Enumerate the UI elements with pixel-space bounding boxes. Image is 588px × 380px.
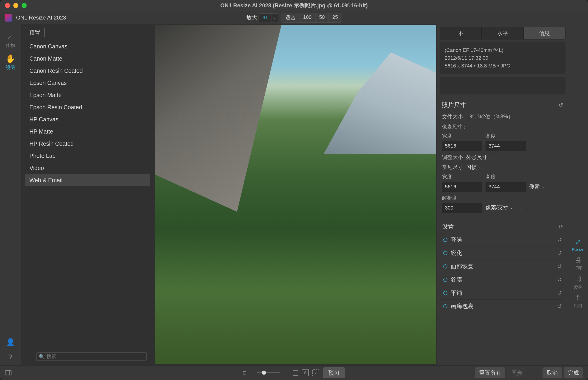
common-size-label: 常见尺寸 xyxy=(442,164,463,171)
preset-search-input[interactable] xyxy=(46,354,144,360)
more-options-icon[interactable]: ⋮ xyxy=(518,205,524,213)
reset-setting-icon[interactable]: ↺ xyxy=(557,303,562,310)
preview-button[interactable]: 预习 xyxy=(323,367,345,378)
preset-search-box[interactable]: 🔍 xyxy=(36,352,146,361)
close-window-button[interactable] xyxy=(5,3,10,8)
resolution-input[interactable] xyxy=(442,203,482,213)
mask-view-toggle[interactable] xyxy=(293,370,298,376)
export-module[interactable]: ⇪ 出口 xyxy=(574,293,582,308)
preview-image xyxy=(155,25,436,364)
reset-setting-icon[interactable]: ↺ xyxy=(557,290,562,296)
minimize-window-button[interactable] xyxy=(13,3,18,8)
preset-item[interactable]: Photo Lab xyxy=(25,150,150,162)
width-input-2[interactable] xyxy=(442,182,482,192)
title-bar: ON1 Resize AI 2023 (Resize 示例照片.jpg @ 61… xyxy=(0,0,588,11)
reset-all-button[interactable]: 重置所有 xyxy=(475,367,505,378)
zoom-fit-button[interactable]: 适合 xyxy=(282,13,300,22)
width-input-1[interactable] xyxy=(442,141,482,151)
sync-button[interactable]: 同步 xyxy=(507,367,527,378)
help-icon[interactable]: ? xyxy=(8,353,12,361)
presets-header-button[interactable]: 预置 xyxy=(25,27,44,38)
preset-item[interactable]: Web & Email xyxy=(25,174,150,186)
preset-item[interactable]: Canon Matte xyxy=(25,53,150,65)
height-input-1[interactable] xyxy=(486,141,526,151)
tab-info[interactable]: 信息 xyxy=(524,27,565,39)
preset-item[interactable]: Video xyxy=(25,162,150,174)
reset-setting-icon[interactable]: ↺ xyxy=(557,263,562,270)
height-input-2[interactable] xyxy=(486,182,526,192)
preset-item[interactable]: HP Resin Coated xyxy=(25,138,150,150)
setting-toggle-dot[interactable] xyxy=(443,264,447,268)
print-module-label: 打印 xyxy=(574,265,582,271)
image-canvas[interactable] xyxy=(154,24,437,365)
print-module[interactable]: 🖨 打印 xyxy=(574,256,582,271)
window-title: ON1 Resize AI 2023 (Resize 示例照片.jpg @ 61… xyxy=(0,2,588,9)
view-tool[interactable]: ✋ 视图 xyxy=(0,52,21,73)
settings-item[interactable]: 面部恢复↺ xyxy=(442,260,563,273)
reset-setting-icon[interactable]: ↺ xyxy=(557,277,562,283)
settings-item[interactable]: 平铺↺ xyxy=(442,286,563,300)
clipping-toggle[interactable]: ✓ xyxy=(312,369,319,376)
settings-item[interactable]: 画廊包裹↺ xyxy=(442,300,563,313)
compare-view-toggle[interactable] xyxy=(5,370,12,375)
tab-nav[interactable]: 不 xyxy=(440,27,482,39)
setting-name: 降噪 xyxy=(451,236,554,244)
settings-item[interactable]: 锐化↺ xyxy=(442,246,563,260)
crop-icon: ⟀ xyxy=(8,32,13,41)
height-label-1: 高度 xyxy=(486,133,526,139)
settings-title: 设置 xyxy=(442,223,454,231)
preset-item[interactable]: Canon Resin Coated xyxy=(25,65,150,77)
setting-toggle-dot[interactable] xyxy=(443,278,447,282)
zoom-value-input[interactable]: 61 xyxy=(259,13,272,22)
resize-module[interactable]: ⤢ Resize xyxy=(572,238,584,252)
reset-setting-icon[interactable]: ↺ xyxy=(557,250,562,256)
preset-item[interactable]: Canon Canvas xyxy=(25,40,150,53)
export-icon: ⇪ xyxy=(575,293,581,302)
info-tabs: 不 水平 信息 xyxy=(440,27,566,39)
settings-item[interactable]: 降噪↺ xyxy=(442,233,563,246)
preset-item[interactable]: HP Canvas xyxy=(25,113,150,126)
done-button[interactable]: 完成 xyxy=(564,367,583,378)
setting-toggle-dot[interactable] xyxy=(443,304,447,308)
thumbnail-small-icon[interactable] xyxy=(243,371,246,375)
softproof-toggle[interactable]: A xyxy=(302,369,309,376)
left-tool-rail: ⟀ 作物 ✋ 视图 👤 ? xyxy=(0,24,21,365)
search-icon: 🔍 xyxy=(39,354,44,359)
cancel-button[interactable]: 取消 xyxy=(543,367,562,378)
resize-mode-dropdown[interactable]: 外形尺寸⌄ xyxy=(466,154,492,161)
right-module-rail: ⤢ Resize 🖨 打印 ⇉ 分享 ⇪ 出口 xyxy=(568,24,588,365)
common-size-dropdown[interactable]: 习惯⌄ xyxy=(466,164,482,171)
zoom-50-button[interactable]: 50 xyxy=(315,13,328,22)
setting-name: 面部恢复 xyxy=(451,263,554,270)
setting-toggle-dot[interactable] xyxy=(443,251,447,255)
setting-toggle-dot[interactable] xyxy=(443,238,447,242)
resolution-unit-dropdown[interactable]: 像素/英寸⌄ xyxy=(486,204,513,213)
zoom-25-button[interactable]: 25 xyxy=(329,13,342,22)
printer-icon: 🖨 xyxy=(574,256,582,264)
preset-item[interactable]: Epson Matte xyxy=(25,89,150,101)
user-icon[interactable]: 👤 xyxy=(6,338,15,346)
zoom-100-button[interactable]: 100 xyxy=(300,13,316,22)
preset-item[interactable]: Epson Resin Coated xyxy=(25,101,150,113)
settings-item[interactable]: 谷膜↺ xyxy=(442,273,563,286)
share-module-label: 分享 xyxy=(574,284,582,290)
presets-panel: 预置 Canon CanvasCanon MatteCanon Resin Co… xyxy=(21,24,154,365)
preset-item[interactable]: HP Matte xyxy=(25,126,150,138)
size-unit-dropdown[interactable]: 像素⌄ xyxy=(529,183,545,192)
chevron-down-icon: ⌄ xyxy=(542,184,545,189)
reset-photo-size-icon[interactable]: ↺ xyxy=(559,102,563,108)
crop-tool[interactable]: ⟀ 作物 xyxy=(0,30,21,50)
settings-section: 设置 ↺ 降噪↺锐化↺面部恢复↺谷膜↺平铺↺画廊包裹↺ xyxy=(440,220,566,315)
thumbnail-size-slider[interactable] xyxy=(257,372,280,373)
tab-level[interactable]: 水平 xyxy=(482,27,524,39)
datetime-info: 2012/6/11 17:32:00 xyxy=(445,54,560,62)
zoom-dropdown-button[interactable]: ⌄ xyxy=(272,13,278,22)
reset-setting-icon[interactable]: ↺ xyxy=(557,237,562,243)
width-label-2: 宽度 xyxy=(442,173,482,180)
setting-toggle-dot[interactable] xyxy=(443,291,447,295)
preset-item[interactable]: Epson Canvas xyxy=(25,77,150,89)
maximize-window-button[interactable] xyxy=(21,3,27,8)
reset-settings-icon[interactable]: ↺ xyxy=(559,224,563,230)
share-module[interactable]: ⇉ 分享 xyxy=(574,274,582,290)
photo-size-section: 照片尺寸 ↺ 文件大小： %1%2位（%3%） 像素尺寸： 宽度 高度 xyxy=(440,97,566,218)
